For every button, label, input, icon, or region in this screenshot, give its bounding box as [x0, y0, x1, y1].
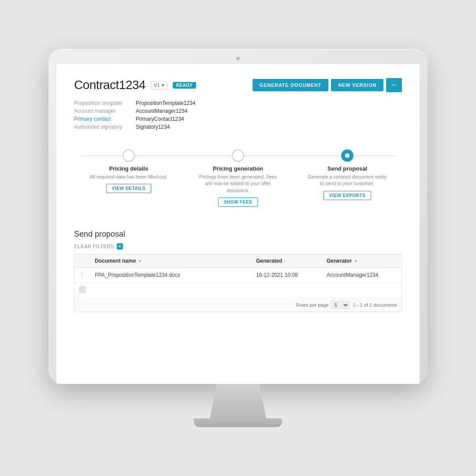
table: Document name ▼ Generated ↓ — [74, 254, 402, 298]
meta-value-signatory: Signatory1234 — [136, 124, 170, 130]
sort-icon-generator: ▼ — [353, 259, 358, 264]
table-row: ⋮ PPA_PropositionTemplate1234.docx 16-12… — [74, 268, 402, 283]
version-label: V1 — [154, 82, 160, 88]
step-circle-1 — [123, 149, 135, 162]
page-count: 1 - 1 of 1 documents — [353, 302, 397, 308]
rows-per-page-label: Rows per page — [296, 302, 329, 308]
monitor-stand — [203, 384, 273, 419]
progress-track: Pricing details All required data has be… — [74, 149, 402, 207]
meta-value-account: AccountManager1234 — [136, 108, 187, 114]
row-generator-cell: AccountManager1234 — [322, 268, 402, 283]
step-desc-1: All required data has been filled-out. — [90, 174, 167, 180]
camera-dot — [236, 57, 240, 60]
meta-label-proposition: Proposition template — [74, 100, 136, 106]
rows-per-page: Rows per page 5 10 25 — [296, 301, 350, 309]
view-details-button[interactable]: VIEW DETAILS — [106, 184, 151, 193]
row-empty-cell — [90, 283, 402, 298]
progress-section: Pricing details All required data has be… — [74, 141, 402, 217]
view-exports-button[interactable]: VIEW EXPORTS — [324, 191, 371, 200]
monitor-screen: Contract1234 V1 ▾ READY GENERATE DOCUMEN… — [56, 64, 420, 384]
send-proposal-title: Send proposal — [74, 230, 402, 239]
contract-title: Contract1234 — [74, 78, 145, 92]
row-generator-value: AccountManager1234 — [327, 272, 378, 278]
step-circle-3 — [341, 149, 353, 162]
th-document-name-label: Document name — [95, 258, 136, 264]
th-generated-label: Generated — [256, 258, 282, 264]
step-desc-3: Generate a contract document ready to se… — [305, 174, 389, 187]
row-generated-cell: 16-12-2021 10:08 — [252, 268, 322, 283]
file-icon — [79, 286, 86, 293]
screen-content: Contract1234 V1 ▾ READY GENERATE DOCUMEN… — [56, 64, 420, 384]
version-badge[interactable]: V1 ▾ — [151, 81, 167, 89]
row-generated-value: 16-12-2021 10:08 — [256, 272, 298, 278]
row-menu-icon[interactable]: ⋮ — [79, 271, 85, 279]
sort-icon-generated: ↓ — [284, 259, 286, 264]
th-generator-label: Generator — [327, 258, 352, 264]
step-label-3: Send proposal — [327, 165, 367, 172]
clear-filters-button[interactable]: CLEAR FILTERS — [74, 244, 114, 249]
step-circle-2 — [232, 149, 244, 162]
step-label-2: Pricing generation — [213, 165, 263, 172]
step-pricing-generation: Pricing generation Pricings have been ge… — [183, 149, 293, 207]
th-document-name[interactable]: Document name ▼ — [90, 254, 252, 268]
filter-icon: ▼ — [117, 243, 123, 249]
meta-value-proposition: PropositionTemplate1234 — [136, 100, 195, 106]
pagination-row: Rows per page 5 10 25 1 - 1 of 1 documen… — [74, 298, 402, 312]
metadata-row-account: Account manager AccountManager1234 — [74, 108, 402, 114]
meta-value-contact: PrimaryContact1234 — [136, 116, 184, 122]
meta-label-account: Account manager — [74, 108, 136, 114]
show-fees-button[interactable]: SHOW FEES — [218, 197, 258, 207]
metadata-row-proposition: Proposition template PropositionTemplate… — [74, 100, 402, 106]
metadata-row-signatory: Authorized signatory Signatory1234 — [74, 124, 402, 130]
header-left: Contract1234 V1 ▾ READY — [74, 78, 196, 92]
row-menu-cell: ⋮ — [74, 268, 90, 283]
sort-icon-name: ▼ — [138, 259, 142, 264]
status-badge: READY — [173, 82, 197, 89]
monitor-base — [194, 418, 282, 427]
table-header-row: Document name ▼ Generated ↓ — [74, 254, 402, 268]
th-generated[interactable]: Generated ↓ — [252, 254, 322, 268]
send-proposal-section: Send proposal CLEAR FILTERS ▼ — [74, 230, 402, 312]
filter-row: CLEAR FILTERS ▼ — [74, 243, 402, 249]
th-checkbox — [74, 254, 90, 268]
page-header: Contract1234 V1 ▾ READY GENERATE DOCUMEN… — [74, 78, 402, 92]
metadata-row-contact: Primary contact PrimaryContact1234 — [74, 116, 402, 122]
row-icon-cell — [74, 283, 90, 298]
step-send-proposal: Send proposal Generate a contract docume… — [293, 149, 402, 200]
th-generator[interactable]: Generator ▼ — [322, 254, 402, 268]
version-chevron-icon: ▾ — [162, 82, 164, 88]
rows-per-page-select[interactable]: 5 10 25 — [331, 301, 350, 309]
metadata-section: Proposition template PropositionTemplate… — [74, 100, 402, 130]
more-actions-button[interactable]: ··· — [386, 78, 402, 92]
new-version-button[interactable]: NEW VERSION — [331, 79, 383, 91]
row-name-cell: PPA_PropositionTemplate1234.docx — [90, 268, 252, 283]
row-name-value: PPA_PropositionTemplate1234.docx — [95, 272, 180, 278]
meta-label-contact[interactable]: Primary contact — [74, 116, 136, 122]
header-actions: GENERATE DOCUMENT NEW VERSION ··· — [253, 78, 402, 92]
step-desc-2: Pricings have been generated. Fees will … — [196, 174, 280, 194]
monitor: Contract1234 V1 ▾ READY GENERATE DOCUMEN… — [48, 49, 428, 384]
table-row-extra — [74, 283, 402, 298]
step-label-1: Pricing details — [109, 165, 149, 172]
step-pricing-details: Pricing details All required data has be… — [74, 149, 183, 193]
documents-table: Document name ▼ Generated ↓ — [74, 254, 402, 312]
generate-document-button[interactable]: GENERATE DOCUMENT — [253, 79, 329, 91]
meta-label-signatory: Authorized signatory — [74, 124, 136, 130]
